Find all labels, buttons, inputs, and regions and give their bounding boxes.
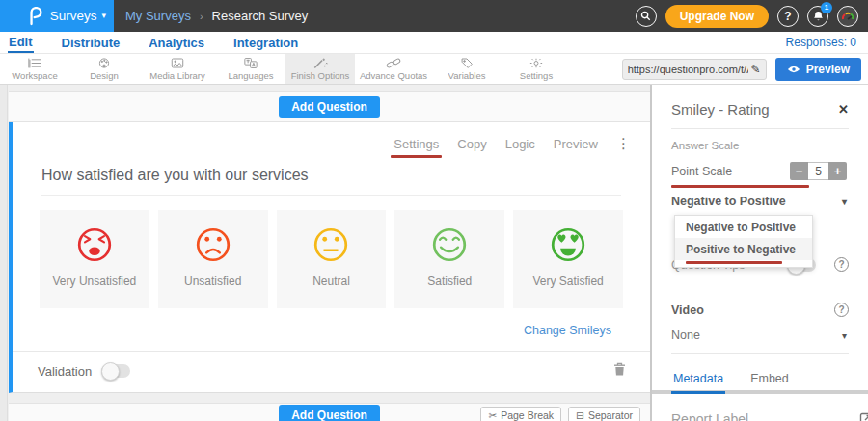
option-positive-to-negative[interactable]: Positive to Negative	[675, 238, 812, 260]
separator-icon: ⊟	[576, 409, 584, 421]
chevron-down-icon: ▾	[101, 12, 106, 20]
breadcrumb-my-surveys[interactable]: My Surveys	[125, 9, 191, 23]
add-question-button-bottom[interactable]: Add Question	[279, 405, 380, 421]
open-external-icon	[859, 412, 868, 421]
separator-button[interactable]: ⊟ Separator	[568, 407, 640, 421]
add-question-band-top: Add Question	[9, 91, 650, 122]
tab-metadata[interactable]: Metadata	[671, 366, 725, 394]
preview-button-label: Preview	[806, 63, 850, 76]
magic-wand-icon	[312, 57, 329, 69]
tab-analytics[interactable]: Analytics	[148, 34, 205, 52]
translate-icon	[242, 57, 259, 69]
add-question-button-top[interactable]: Add Question	[279, 96, 380, 118]
toolbar-finish-options[interactable]: Finish Options	[285, 54, 355, 84]
question-tab-copy[interactable]: Copy	[457, 137, 486, 151]
video-select[interactable]: None ▾	[671, 329, 849, 342]
search-button[interactable]	[636, 6, 657, 27]
very-unsatisfied-face-icon	[74, 224, 115, 265]
satisfied-face-icon	[429, 224, 470, 265]
delete-question-button[interactable]	[612, 361, 627, 381]
toolbar-variables-label: Variables	[448, 70, 486, 81]
avatar-gauge-icon	[840, 9, 855, 24]
toolbar-settings[interactable]: Settings	[502, 54, 571, 84]
increase-scale-button[interactable]: +	[828, 162, 847, 180]
workspace-icon	[26, 57, 43, 69]
question-mark-icon: ?	[784, 10, 791, 23]
question-card: Settings Copy Logic Preview ⋮ How satisf…	[9, 122, 650, 393]
questionpro-logo-icon	[28, 7, 43, 26]
surveys-menu[interactable]: Surveys ▾	[0, 0, 114, 32]
smiley-scale: Very Unsatisfied Unsatisfied	[40, 210, 623, 308]
unsatisfied-face-icon	[193, 224, 233, 265]
toolbar-variables[interactable]: Variables	[432, 54, 502, 84]
question-tab-settings[interactable]: Settings	[393, 137, 439, 151]
toolbar-media-library[interactable]: Media Library	[139, 54, 216, 84]
point-scale-label: Point Scale	[671, 165, 732, 178]
video-label: Video	[671, 303, 704, 317]
question-more-menu-icon[interactable]: ⋮	[616, 135, 631, 152]
tab-integration[interactable]: Integration	[232, 34, 299, 52]
separator-label: Separator	[588, 409, 633, 421]
smiley-label: Unsatisfied	[184, 275, 241, 288]
change-smileys-link[interactable]: Change Smileys	[524, 324, 611, 337]
report-label-row	[671, 408, 849, 421]
smiley-satisfied[interactable]: Satisfied	[394, 210, 504, 308]
smiley-very-unsatisfied[interactable]: Very Unsatisfied	[40, 210, 149, 308]
toolbar-design-label: Design	[90, 70, 119, 81]
expand-report-label-button[interactable]	[859, 412, 868, 421]
smiley-label: Very Satisfied	[532, 275, 603, 288]
toolbar-finish-options-label: Finish Options	[291, 70, 350, 81]
questionpro-survey-editor: Surveys ▾ My Surveys › Research Survey U…	[0, 0, 868, 421]
video-help-icon[interactable]: ?	[834, 303, 849, 317]
smiley-label: Neutral	[312, 275, 350, 288]
notification-badge: 1	[821, 2, 832, 13]
tab-embed[interactable]: Embed	[748, 366, 791, 394]
smiley-unsatisfied[interactable]: Unsatisfied	[158, 210, 268, 308]
question-settings-panel: Smiley - Rating ✕ Answer Scale Point Sca…	[651, 85, 868, 421]
question-title[interactable]: How satisfied are you with our services	[41, 167, 621, 196]
smiley-very-satisfied[interactable]: Very Satisfied	[513, 210, 623, 308]
help-button[interactable]: ?	[777, 6, 799, 27]
panel-divider	[671, 353, 849, 354]
question-tips-help-icon[interactable]: ?	[834, 257, 849, 272]
notifications-button[interactable]: 1	[807, 6, 828, 27]
tab-distribute[interactable]: Distribute	[61, 34, 122, 52]
option-negative-to-positive[interactable]: Negative to Positive	[675, 216, 812, 238]
chain-link-icon	[385, 57, 402, 69]
panel-divider	[671, 128, 849, 129]
preview-button[interactable]: Preview	[775, 58, 861, 81]
breadcrumb: My Surveys › Research Survey	[125, 9, 308, 23]
question-tab-preview[interactable]: Preview	[554, 137, 598, 151]
tab-edit[interactable]: Edit	[8, 33, 34, 53]
decrease-scale-button[interactable]: −	[790, 162, 808, 180]
survey-url-input[interactable]	[628, 64, 748, 75]
page-break-button[interactable]: ✂ Page Break	[480, 407, 561, 421]
toolbar-advance-quotas[interactable]: Advance Quotas	[355, 54, 432, 84]
validation-row: Validation	[13, 351, 650, 392]
palette-icon	[95, 57, 113, 69]
metadata-tabs: Metadata Embed	[652, 366, 868, 394]
toolbar-design[interactable]: Design	[69, 54, 139, 84]
canvas-gutter	[0, 85, 8, 421]
survey-url-box: ✎	[622, 59, 767, 80]
annotation-underline-option	[686, 261, 782, 264]
point-scale-stepper: − +	[790, 162, 847, 180]
question-tab-settings-label: Settings	[393, 137, 439, 151]
insert-controls: ✂ Page Break ⊟ Separator	[480, 407, 640, 421]
close-panel-icon[interactable]: ✕	[838, 102, 849, 117]
point-scale-value[interactable]	[808, 162, 828, 180]
report-label-input[interactable]	[671, 408, 846, 421]
upgrade-now-button[interactable]: Upgrade Now	[665, 5, 769, 28]
toolbar-languages[interactable]: Languages	[216, 54, 285, 84]
toolbar-workspace[interactable]: Workspace	[0, 54, 69, 84]
chevron-down-icon: ▾	[842, 330, 847, 341]
user-avatar[interactable]	[837, 6, 858, 27]
scale-direction-select[interactable]: Negative to Positive ▾ Negative to Posit…	[671, 195, 849, 208]
edit-url-pencil-icon[interactable]: ✎	[751, 63, 761, 76]
question-tab-logic[interactable]: Logic	[505, 137, 535, 151]
point-scale-row: Point Scale − +	[671, 162, 849, 180]
smiley-neutral[interactable]: Neutral	[277, 210, 387, 308]
validation-toggle[interactable]	[101, 364, 130, 378]
trash-icon	[612, 361, 627, 377]
question-card-tabs: Settings Copy Logic Preview ⋮	[13, 122, 650, 152]
